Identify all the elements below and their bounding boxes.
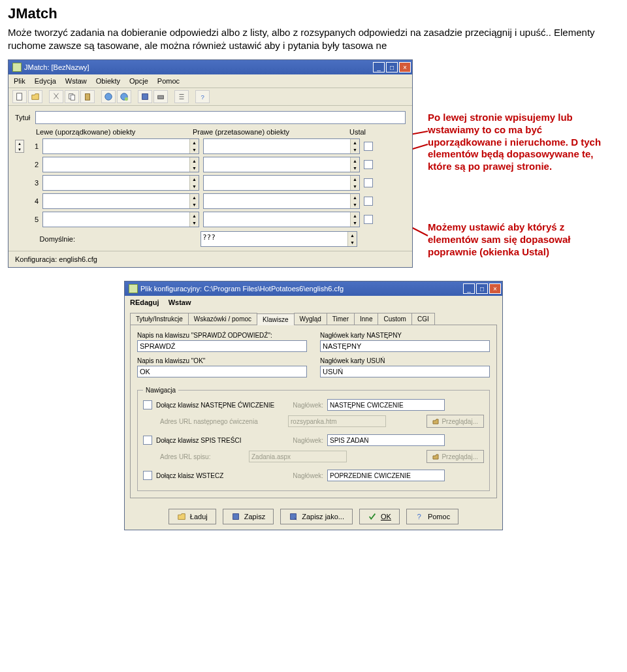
tab-custom[interactable]: Custom [378, 313, 411, 325]
tab-wskazowki[interactable]: Wskazówki / pomoc [188, 313, 257, 325]
row-num: 3 [28, 179, 39, 187]
fix-check-1[interactable] [364, 142, 373, 151]
left-cell-2[interactable] [43, 157, 189, 172]
right-cell-1[interactable] [204, 139, 350, 153]
left-cell-1[interactable] [43, 139, 189, 153]
svg-rect-0 [17, 93, 22, 101]
help-button[interactable]: ?Pomoc [406, 509, 458, 524]
globe-icon[interactable] [101, 90, 116, 103]
minimize-button[interactable]: _ [463, 283, 475, 294]
menu-plik[interactable]: Plik [14, 77, 25, 85]
default-right-cell[interactable]: ??? [201, 232, 347, 246]
cfg-menubar: REdaguj Wstaw [125, 296, 502, 309]
maximize-button[interactable]: □ [476, 283, 488, 294]
left-cell-5[interactable] [43, 212, 189, 227]
save-button[interactable]: Zapisz [223, 509, 274, 524]
right-cell-5[interactable] [204, 212, 350, 227]
svg-rect-7 [142, 94, 148, 100]
browse-button-2[interactable]: Przeglądaj... [426, 450, 484, 463]
fix-check-3[interactable] [364, 178, 373, 187]
lbl-add-toc: Dołącz klawisz SPIS TREŚCI [156, 437, 280, 444]
input-check-answer[interactable] [137, 340, 307, 352]
default-label: Domyślnie: [36, 235, 75, 243]
row-num: 2 [28, 161, 39, 168]
tab-wyglad[interactable]: Wygląd [294, 313, 327, 325]
doc-paragraph: Może tworzyć zadania na dobieranie odpow… [8, 26, 619, 52]
lbl-next-header: Nagłówek karty NASTĘPNY [320, 332, 490, 339]
left-cell-4[interactable] [43, 194, 189, 208]
menu-wstaw[interactable]: Wstaw [169, 298, 191, 306]
lbl-header: Nagłówek: [284, 402, 323, 409]
list-icon[interactable] [174, 90, 189, 103]
tab-timer[interactable]: Timer [327, 313, 355, 325]
minimize-button[interactable]: _ [373, 62, 385, 72]
col-right-header: Prawe (przetasowane) obiekty [193, 128, 349, 136]
item-row-2: 2 ▲▼ ▲▼ [15, 157, 406, 172]
lbl-ok: Napis na klawiszu "OK" [137, 357, 307, 364]
close-button[interactable]: × [489, 283, 501, 294]
lbl-add-next-exercise: Dołącz klawisz NASTĘPNE ĆWICZENIE [156, 402, 280, 409]
fieldset-nawigacja: Nawigacja Dołącz klawisz NASTĘPNE ĆWICZE… [137, 387, 490, 491]
close-button[interactable]: × [399, 62, 411, 72]
tab-klawisze[interactable]: Klawisze [257, 313, 294, 325]
menu-opcje[interactable]: Opcje [129, 77, 148, 85]
doc-title: JMatch [8, 5, 619, 22]
svg-rect-3 [86, 94, 90, 101]
save-icon[interactable] [138, 90, 152, 103]
app-icon [129, 284, 138, 293]
title-input[interactable] [35, 111, 406, 124]
input-toc-hdr[interactable] [327, 434, 445, 446]
chk-toc[interactable] [143, 436, 152, 445]
print-icon[interactable] [153, 90, 168, 103]
input-next-header[interactable] [320, 340, 490, 352]
cut-icon[interactable] [49, 90, 63, 103]
chk-next-exercise[interactable] [143, 400, 152, 409]
tab-inne[interactable]: Inne [354, 313, 378, 325]
fix-check-4[interactable] [364, 197, 373, 206]
input-toc-url [249, 451, 347, 462]
paste-icon[interactable] [80, 90, 95, 103]
item-row-5: 5 ▲▼ ▲▼ [15, 212, 406, 227]
copy-icon[interactable] [65, 90, 79, 103]
ok-button[interactable]: OK [359, 509, 400, 524]
save-as-button[interactable]: Zapisz jako... [280, 509, 353, 524]
row-spinner[interactable]: ▲▼ [15, 140, 24, 153]
open-icon[interactable] [28, 90, 42, 103]
browse-button-1[interactable]: Przeglądaj... [426, 415, 484, 428]
fix-check-2[interactable] [364, 160, 373, 169]
input-back-hdr[interactable] [327, 470, 445, 481]
input-ok[interactable] [137, 366, 307, 377]
menu-obiekty[interactable]: Obiekty [96, 77, 120, 85]
lbl-add-back: Dołącz klaisz WSTECZ [156, 472, 280, 479]
menubar: Plik Edycja Wstaw Obiekty Opcje Pomoc [8, 74, 412, 88]
fix-check-5[interactable] [364, 215, 373, 224]
item-row-3: 3 ▲▼ ▲▼ [15, 175, 406, 191]
globe2-icon[interactable] [117, 90, 131, 103]
col-fix-header: Ustal [349, 128, 376, 136]
maximize-button[interactable]: □ [386, 62, 398, 72]
new-icon[interactable] [12, 90, 27, 103]
right-cell-2[interactable] [204, 157, 350, 172]
input-delete-header[interactable] [320, 366, 490, 377]
right-cell-4[interactable] [204, 194, 350, 208]
menu-edycja[interactable]: Edycja [35, 77, 56, 85]
menu-redaguj[interactable]: REdaguj [130, 298, 159, 306]
cfg-titlebar[interactable]: Plik konfiguracyjny: C:\Program Files\Ho… [125, 281, 502, 296]
tab-tytuly[interactable]: Tytuły/Instrukcje [130, 313, 189, 325]
titlebar[interactable]: JMatch: [BezNazwy] _ □ × [8, 60, 412, 74]
lbl-toc-url: Adres URL spisu: [160, 453, 245, 460]
tab-cgi[interactable]: CGI [411, 313, 435, 325]
lbl-header: Nagłówek: [284, 472, 323, 479]
title-label: Tytuł [15, 114, 30, 121]
left-cell-3[interactable] [43, 176, 189, 190]
input-next-exercise-hdr[interactable] [327, 399, 445, 411]
menu-pomoc[interactable]: Pomoc [157, 77, 180, 85]
load-button[interactable]: Ładuj [169, 509, 216, 524]
help-icon[interactable]: ? [195, 90, 210, 103]
svg-point-4 [105, 93, 112, 101]
svg-text:?: ? [201, 93, 204, 101]
row-num: 5 [28, 216, 39, 223]
right-cell-3[interactable] [204, 176, 350, 190]
menu-wstaw[interactable]: Wstaw [65, 77, 87, 85]
chk-back[interactable] [143, 471, 152, 480]
